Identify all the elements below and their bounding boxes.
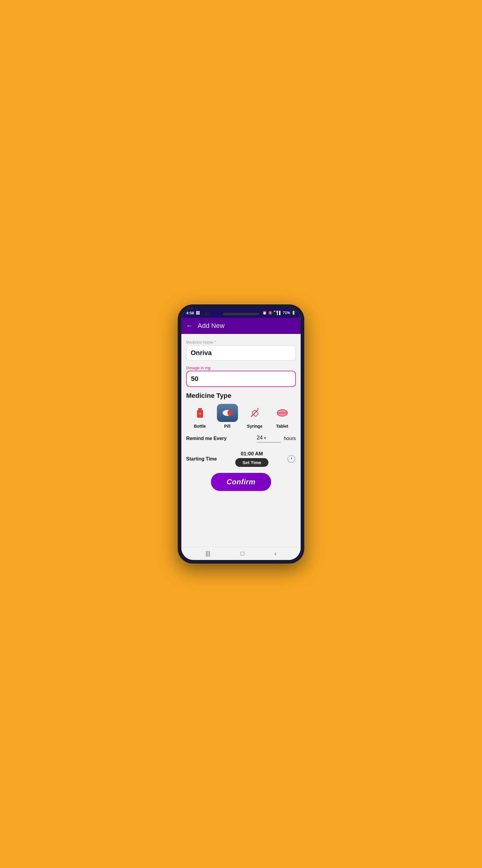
home-button[interactable]: □ bbox=[240, 550, 244, 557]
medicine-name-input[interactable] bbox=[186, 345, 296, 361]
dosage-label: Dosage in mg bbox=[186, 366, 296, 370]
battery-level: 71% bbox=[283, 311, 290, 315]
status-right: ⏰ 🔇 ▌▌▌ 71% 🔋 bbox=[262, 311, 296, 315]
camera-left bbox=[205, 312, 209, 316]
syringe-icon-wrap bbox=[244, 404, 265, 422]
alarm-icon: ⏰ bbox=[262, 311, 267, 315]
back-button[interactable]: ← bbox=[186, 322, 193, 330]
dosage-input[interactable] bbox=[186, 371, 296, 387]
phone-frame: 4:58 🖼 ⏰ 🔇 ▌▌▌ 71% 🔋 ← Add New Medicine … bbox=[178, 304, 304, 564]
nav-bar: ||| □ ‹ bbox=[181, 547, 301, 560]
pill-icon bbox=[221, 407, 233, 419]
time-display-wrap: 01:00 AM Set Time bbox=[220, 451, 284, 467]
status-time: 4:58 bbox=[186, 311, 194, 315]
medicine-type-selector: + Bottle Pill bbox=[186, 404, 296, 429]
time-value: 01:00 AM bbox=[241, 451, 263, 457]
status-icons: 🖼 bbox=[196, 311, 200, 315]
starting-time-row: Starting Time 01:00 AM Set Time 🕐 bbox=[186, 451, 296, 467]
svg-text:+: + bbox=[199, 412, 201, 416]
status-left: 4:58 🖼 bbox=[186, 311, 200, 315]
status-bar: 4:58 🖼 ⏰ 🔇 ▌▌▌ 71% 🔋 bbox=[181, 308, 301, 318]
bottle-label: Bottle bbox=[194, 424, 206, 429]
bottle-icon: + bbox=[194, 407, 206, 419]
form-content: Medicine Name * Dosage in mg Medicine Ty… bbox=[181, 334, 301, 547]
type-tablet[interactable]: Tablet bbox=[270, 404, 294, 429]
bottle-icon-wrap: + bbox=[190, 404, 211, 422]
starting-time-label: Starting Time bbox=[186, 456, 217, 462]
remind-unit: hours bbox=[284, 436, 296, 441]
remind-label: Remind me Every bbox=[186, 436, 254, 441]
svg-line-8 bbox=[257, 408, 258, 409]
camera-right bbox=[273, 312, 277, 316]
back-nav-button[interactable]: ‹ bbox=[275, 550, 277, 557]
svg-rect-0 bbox=[198, 408, 202, 410]
remind-value: 24 bbox=[257, 435, 263, 441]
svg-rect-4 bbox=[227, 410, 232, 416]
confirm-button[interactable]: Confirm bbox=[211, 473, 271, 491]
dosage-group: Dosage in mg bbox=[186, 366, 296, 387]
medicine-name-group: Medicine Name * bbox=[186, 340, 296, 361]
remind-row: Remind me Every 24 ▾ hours bbox=[186, 435, 296, 445]
type-syringe[interactable]: Syringe bbox=[243, 404, 267, 429]
dropdown-arrow-icon: ▾ bbox=[264, 435, 266, 440]
battery-icon: 🔋 bbox=[291, 311, 296, 315]
pill-label: Pill bbox=[224, 424, 230, 429]
recents-button[interactable]: ||| bbox=[205, 550, 210, 557]
remind-value-wrap[interactable]: 24 ▾ bbox=[257, 435, 281, 442]
clock-icon[interactable]: 🕐 bbox=[287, 455, 296, 463]
mute-icon: 🔇 bbox=[268, 311, 272, 315]
tablet-label: Tablet bbox=[276, 424, 288, 429]
app-header: ← Add New bbox=[181, 318, 301, 334]
medicine-name-label: Medicine Name * bbox=[186, 340, 296, 344]
set-time-button[interactable]: Set Time bbox=[235, 458, 268, 467]
pill-icon-wrap bbox=[217, 404, 238, 422]
medicine-type-title: Medicine Type bbox=[186, 392, 296, 400]
type-pill[interactable]: Pill bbox=[215, 404, 239, 429]
syringe-icon bbox=[249, 407, 261, 419]
syringe-label: Syringe bbox=[247, 424, 262, 429]
tablet-icon bbox=[276, 407, 288, 419]
tablet-icon-wrap bbox=[272, 404, 293, 422]
type-bottle[interactable]: + Bottle bbox=[188, 404, 212, 429]
page-title: Add New bbox=[198, 322, 224, 330]
phone-screen: 4:58 🖼 ⏰ 🔇 ▌▌▌ 71% 🔋 ← Add New Medicine … bbox=[181, 308, 301, 560]
